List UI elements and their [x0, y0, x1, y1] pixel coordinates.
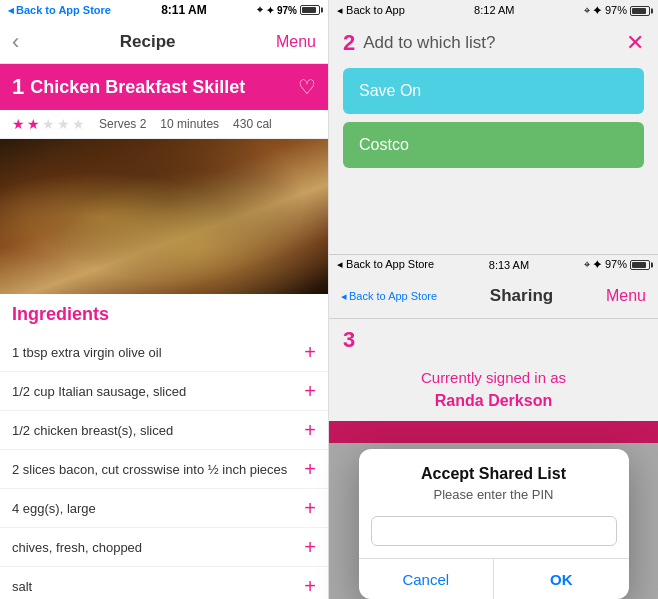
- screen3-panel: ◂ Back to App Store 8:13 AM ⌖ ✦ 97% ◂ Ba…: [329, 254, 658, 600]
- screen2-time: 8:12 AM: [474, 4, 514, 16]
- save-on-list-button[interactable]: Save On: [343, 68, 644, 114]
- screen3-step-number: 3: [329, 319, 658, 357]
- screen2-status-icons: ⌖ ✦ 97%: [584, 4, 650, 17]
- chevron-left-icon: ◂: [341, 290, 347, 303]
- screen3-back-button[interactable]: ◂ Back to App Store: [341, 290, 437, 303]
- step-number: 2: [343, 30, 355, 56]
- signed-in-info: Currently signed in as Randa Derkson: [329, 357, 658, 414]
- menu-button[interactable]: Menu: [276, 33, 316, 51]
- signed-in-label: Currently signed in as: [421, 369, 566, 386]
- screen1-navbar: ‹ Recipe Menu: [0, 20, 328, 64]
- list-item: 2 slices bacon, cut crosswise into ½ inc…: [0, 450, 328, 489]
- ingredient-text: 1/2 chicken breast(s), sliced: [12, 423, 304, 438]
- screen1-status-icons: ⌖ ✦ 97%: [257, 4, 320, 16]
- screen3-nav-title: Sharing: [490, 286, 553, 306]
- calories-label: 430 cal: [233, 117, 272, 131]
- pin-input[interactable]: [371, 516, 617, 546]
- back-label: Back to App: [346, 4, 405, 16]
- star-1: ★: [12, 116, 25, 132]
- screen2-header: 2 Add to which list? ✕: [329, 20, 658, 64]
- list-item: 4 egg(s), large +: [0, 489, 328, 528]
- location-icon: ⌖: [584, 4, 590, 16]
- battery-icon: [630, 6, 650, 16]
- screen2-panel: ◂ Back to App 8:12 AM ⌖ ✦ 97% 2 Add to w…: [329, 0, 658, 254]
- star-5: ★: [72, 116, 85, 132]
- ingredient-text: 2 slices bacon, cut crosswise into ½ inc…: [12, 462, 304, 477]
- star-2: ★: [27, 116, 40, 132]
- dialog-overlay: Accept Shared List Please enter the PIN …: [329, 443, 658, 599]
- recipe-header: 1 Chicken Breakfast Skillet ♡: [0, 64, 328, 110]
- add-ingredient-button[interactable]: +: [304, 420, 316, 440]
- list-item: salt +: [0, 567, 328, 599]
- close-button[interactable]: ✕: [626, 30, 644, 56]
- back-button[interactable]: ‹: [12, 31, 19, 53]
- heart-icon[interactable]: ♡: [298, 75, 316, 99]
- time-label: 10 minutes: [160, 117, 219, 131]
- location-icon: ⌖: [257, 4, 263, 16]
- ingredient-text: 1/2 cup Italian sausage, sliced: [12, 384, 304, 399]
- nav-title: Recipe: [120, 32, 176, 52]
- screen1-panel: ◂ Back to App Store 8:11 AM ⌖ ✦ 97% ‹ Re…: [0, 0, 329, 599]
- ingredient-text: salt: [12, 579, 304, 594]
- bluetooth-icon: ✦: [593, 4, 602, 16]
- location-icon: ⌖: [584, 258, 590, 270]
- screen3-menu-button[interactable]: Menu: [606, 287, 646, 305]
- add-ingredient-button[interactable]: +: [304, 342, 316, 362]
- recipe-image: [0, 139, 329, 294]
- recipe-meta: ★ ★ ★ ★ ★ Serves 2 10 minutes 430 cal: [0, 110, 328, 139]
- bluetooth-icon: ✦: [266, 5, 274, 16]
- screen1-statusbar: ◂ Back to App Store 8:11 AM ⌖ ✦ 97%: [0, 0, 328, 20]
- battery-percent: 97%: [605, 4, 627, 16]
- screen2-statusbar: ◂ Back to App 8:12 AM ⌖ ✦ 97%: [329, 0, 658, 20]
- serves-label: Serves 2: [99, 117, 146, 131]
- battery-icon: [630, 260, 650, 270]
- battery-icon: [300, 5, 320, 15]
- add-ingredient-button[interactable]: +: [304, 381, 316, 401]
- screen3-back-appstore[interactable]: ◂ Back to App Store: [337, 258, 434, 271]
- add-ingredient-button[interactable]: +: [304, 498, 316, 518]
- accept-shared-list-dialog: Accept Shared List Please enter the PIN …: [359, 449, 629, 599]
- recipe-title: Chicken Breakfast Skillet: [30, 77, 298, 98]
- screen1-time: 8:11 AM: [161, 3, 207, 17]
- costco-list-button[interactable]: Costco: [343, 122, 644, 168]
- screen2-question: Add to which list?: [363, 33, 626, 53]
- screen3-status-icons: ⌖ ✦ 97%: [584, 258, 650, 271]
- back-label: Back to App Store: [16, 4, 111, 16]
- screen1-back-appstore[interactable]: ◂ Back to App Store: [8, 4, 111, 17]
- right-panel: ◂ Back to App 8:12 AM ⌖ ✦ 97% 2 Add to w…: [329, 0, 658, 599]
- image-overlay: [0, 139, 329, 294]
- screen3-statusbar: ◂ Back to App Store 8:13 AM ⌖ ✦ 97%: [329, 255, 658, 275]
- chevron-left-icon: ◂: [8, 4, 14, 17]
- chevron-left-icon: ◂: [337, 4, 343, 16]
- ingredients-section: Ingredients: [0, 294, 328, 333]
- chevron-left-icon: ◂: [337, 258, 343, 270]
- screen3-navbar: ◂ Back to App Store Sharing Menu: [329, 275, 658, 319]
- list-item: 1 tbsp extra virgin olive oil +: [0, 333, 328, 372]
- battery-percent: 97%: [277, 5, 297, 16]
- add-ingredient-button[interactable]: +: [304, 459, 316, 479]
- ingredient-text: 1 tbsp extra virgin olive oil: [12, 345, 304, 360]
- star-3: ★: [42, 116, 55, 132]
- ingredient-list: 1 tbsp extra virgin olive oil + 1/2 cup …: [0, 333, 328, 599]
- back-label: Back to App Store: [349, 290, 437, 302]
- star-4: ★: [57, 116, 70, 132]
- cancel-button[interactable]: Cancel: [359, 559, 494, 599]
- back-label: Back to App Store: [346, 258, 434, 270]
- list-item: 1/2 chicken breast(s), sliced +: [0, 411, 328, 450]
- ingredient-text: chives, fresh, chopped: [12, 540, 304, 555]
- screen3-time: 8:13 AM: [489, 259, 529, 271]
- dialog-title: Accept Shared List: [359, 449, 629, 487]
- add-ingredient-button[interactable]: +: [304, 537, 316, 557]
- ok-button[interactable]: OK: [494, 559, 629, 599]
- add-ingredient-button[interactable]: +: [304, 576, 316, 596]
- user-name: Randa Derkson: [343, 389, 644, 413]
- bluetooth-icon: ✦: [593, 258, 602, 270]
- list-item: 1/2 cup Italian sausage, sliced +: [0, 372, 328, 411]
- pink-decorative-bar: [329, 421, 658, 443]
- dialog-subtitle: Please enter the PIN: [359, 487, 629, 512]
- ingredient-text: 4 egg(s), large: [12, 501, 304, 516]
- screen2-back[interactable]: ◂ Back to App: [337, 4, 405, 17]
- recipe-number: 1: [12, 74, 24, 100]
- star-rating: ★ ★ ★ ★ ★: [12, 116, 85, 132]
- battery-percent: 97%: [605, 258, 627, 270]
